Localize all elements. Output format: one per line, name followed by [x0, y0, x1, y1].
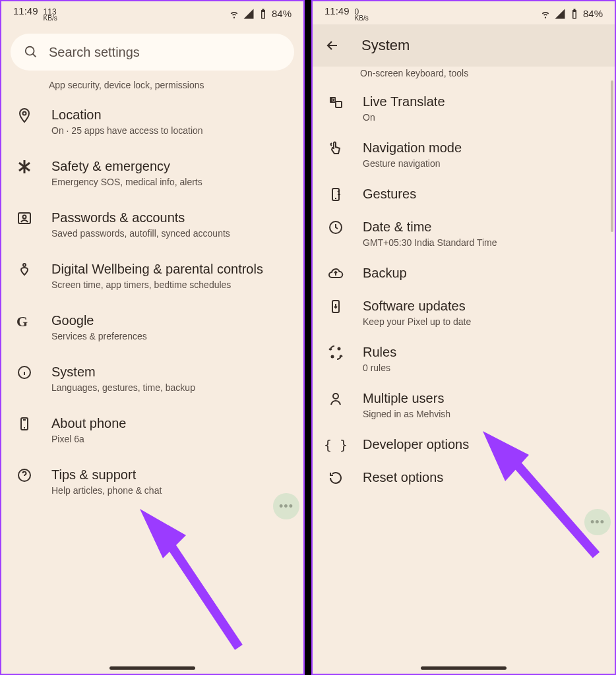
page-title: System [361, 37, 410, 54]
key-account-icon [16, 210, 32, 226]
assist-fab[interactable]: ••• [273, 493, 299, 519]
settings-item-tips[interactable]: Tips & supportHelp articles, phone & cha… [4, 455, 301, 507]
settings-item-google[interactable]: G GoogleServices & preferences [4, 301, 301, 353]
svg-point-16 [332, 356, 334, 358]
braces-icon: { } [324, 437, 348, 453]
gesture-nav-bar[interactable] [109, 666, 195, 670]
system-screen: 11:49 0 KB/s 84% System On-screen keyboa… [311, 0, 616, 675]
status-battery-pct: 84% [272, 8, 292, 19]
google-icon: G [16, 313, 32, 329]
system-item-live-translate[interactable]: G Live TranslateOn [315, 85, 612, 131]
assist-fab[interactable]: ••• [584, 509, 611, 535]
phone-device-icon [16, 416, 32, 432]
status-time: 11:49 [324, 5, 350, 16]
settings-item-location[interactable]: LocationOn · 25 apps have access to loca… [4, 96, 301, 147]
gesture-nav-bar[interactable] [421, 666, 507, 670]
partial-security-subtitle: App security, device lock, permissions [1, 80, 303, 96]
app-bar: System [313, 24, 615, 67]
svg-rect-10 [336, 102, 342, 107]
svg-marker-8 [140, 509, 186, 558]
asterisk-icon [16, 159, 32, 175]
search-placeholder: Search settings [49, 45, 140, 60]
settings-item-passwords[interactable]: Passwords & accountsSaved passwords, aut… [4, 198, 301, 250]
settings-screen: 11:49 113 KB/s 84% Search settings App s… [0, 0, 305, 675]
back-button[interactable] [319, 32, 346, 59]
svg-point-3 [23, 216, 26, 219]
settings-item-system[interactable]: SystemLanguages, gestures, time, backup [4, 353, 301, 404]
settings-item-safety[interactable]: Safety & emergencyEmergency SOS, medical… [4, 147, 301, 198]
location-icon [16, 107, 32, 123]
system-item-gestures[interactable]: Gestures [315, 177, 612, 210]
status-network-speed: 0 KB/s [355, 9, 369, 22]
system-item-multiple-users[interactable]: Multiple usersSigned in as Mehvish [315, 382, 612, 428]
system-item-date-time[interactable]: Date & timeGMT+05:30 India Standard Time [315, 210, 612, 256]
signal-icon [243, 8, 255, 20]
settings-list: LocationOn · 25 apps have access to loca… [1, 96, 303, 507]
annotation-arrow-left [127, 502, 259, 654]
battery-icon [569, 8, 580, 20]
svg-point-0 [26, 47, 34, 55]
search-icon [24, 45, 38, 59]
back-arrow-icon [324, 38, 340, 53]
status-bar: 11:49 0 KB/s 84% [313, 1, 615, 24]
system-item-navigation-mode[interactable]: Navigation modeGesture navigation [315, 131, 612, 177]
system-item-reset-options[interactable]: Reset options [315, 461, 612, 494]
system-item-backup[interactable]: Backup [315, 256, 612, 289]
help-icon [16, 467, 32, 483]
system-update-icon [328, 299, 344, 314]
status-bar: 11:49 113 KB/s 84% [1, 1, 303, 24]
rules-icon [328, 345, 344, 361]
wellbeing-icon [16, 262, 32, 278]
search-settings-bar[interactable]: Search settings [11, 34, 294, 71]
system-list: G Live TranslateOn Navigation modeGestur… [313, 85, 615, 494]
status-battery-pct: 84% [583, 8, 603, 19]
cloud-upload-icon [328, 266, 344, 281]
svg-point-15 [338, 348, 340, 350]
system-item-developer-options[interactable]: { } Developer options [315, 428, 612, 461]
clock-icon [328, 220, 344, 235]
partial-keyboard-subtitle: On-screen keyboard, tools [313, 67, 615, 85]
settings-item-about[interactable]: About phonePixel 6a [4, 404, 301, 455]
person-icon [328, 391, 344, 407]
svg-text:G: G [332, 98, 335, 102]
info-icon [16, 365, 32, 380]
scrollbar[interactable] [611, 80, 613, 232]
signal-icon [554, 8, 566, 20]
svg-point-1 [23, 112, 26, 115]
gesture-phone-icon [328, 187, 344, 202]
translate-icon: G [328, 94, 344, 110]
system-item-rules[interactable]: Rules0 rules [315, 336, 612, 382]
svg-point-4 [23, 264, 26, 266]
svg-point-17 [333, 394, 338, 399]
swipe-icon [328, 140, 344, 156]
settings-item-wellbeing[interactable]: Digital Wellbeing & parental controlsScr… [4, 250, 301, 301]
wifi-icon [539, 8, 551, 20]
system-item-software-updates[interactable]: Software updatesKeep your Pixel up to da… [315, 289, 612, 336]
status-time: 11:49 [13, 5, 38, 16]
battery-icon [257, 8, 269, 20]
status-network-speed: 113 KB/s [44, 9, 57, 22]
reset-icon [328, 470, 344, 486]
wifi-icon [228, 8, 240, 20]
